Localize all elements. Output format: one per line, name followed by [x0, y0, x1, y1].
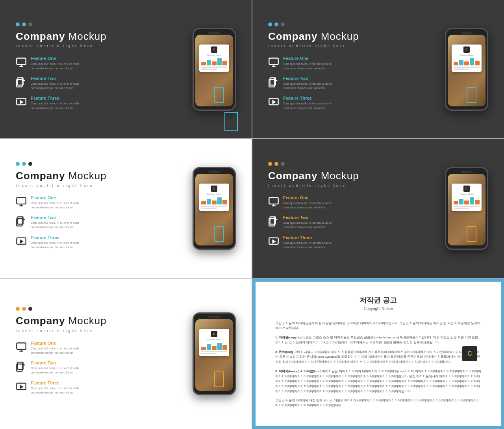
slide-5-right: C Business Name — [193, 312, 236, 395]
dot-1 — [16, 162, 20, 166]
feature-5-1-title: Feature One — [31, 341, 79, 345]
feature-1-1-title: Feature One — [31, 56, 79, 61]
phone-line-6 — [201, 208, 217, 209]
slide-5: Company Mockup Insert subtitle right her… — [0, 279, 252, 429]
phone-line-3 — [454, 67, 480, 68]
feature-5-2-desc: Cras quis dui nulla. In eu orci at nulla… — [31, 366, 79, 375]
phone-line-10 — [201, 353, 217, 354]
feature-2-1: Feature One Cras quis dui nulla. In eu o… — [268, 56, 389, 71]
phone-bars-3 — [201, 197, 227, 204]
copyright-section-3: 3. 이미지(image) & 아이콘(icon) 이미지들은 이미지이이미지 … — [275, 369, 481, 394]
dot-1 — [16, 22, 20, 26]
phone-notch-3 — [208, 171, 220, 173]
dot-3 — [28, 307, 32, 311]
copyright-section-3-title: 3. 이미지(image) & 아이콘(icon) — [275, 370, 321, 373]
phone-logo: C — [211, 46, 217, 53]
feature-2-1-desc: Cras quis dui nulla. In eu orci at nulla… — [283, 61, 332, 71]
feature-4-3-desc: Cras quis dui nulla. In eu orci at nulla… — [283, 241, 332, 250]
feature-3-1-content: Feature One Cras quis dui nulla. In eu o… — [31, 195, 79, 210]
slide-1-title: Company Mockup — [16, 30, 137, 43]
copyright-title-area: 저작권 공고 Copyright Notice — [275, 295, 481, 319]
feature-2-1-content: Feature One Cras quis dui nulla. In eu o… — [283, 56, 332, 71]
feature-3-1-desc: Cras quis dui nulla. In eu orci at nulla… — [31, 201, 79, 210]
svg-rect-21 — [269, 197, 278, 204]
slide-3-left: Company Mockup Insert subtitle right her… — [16, 162, 137, 255]
feature-1-1-desc: Cras quis dui nulla. In eu orci at nulla… — [31, 61, 79, 71]
phone-line-7 — [454, 206, 480, 207]
feature-2-3: Feature Three Cras quis dui nulla. In eu… — [268, 96, 389, 110]
connector-box-4 — [467, 226, 476, 242]
feature-4-2-title: Feature Two — [283, 215, 332, 220]
slide-1-subtitle: Insert subtitle right here — [16, 44, 137, 48]
slide-4-right: C Business Name — [445, 167, 488, 250]
feature-3-2-title: Feature Two — [31, 215, 79, 220]
slide-2-right: C Business Name — [445, 28, 488, 111]
feature-2-3-desc: Cras quis dui nulla. In eu orci at nulla… — [283, 101, 332, 110]
dot-3 — [281, 162, 285, 166]
monitor-icon-5 — [16, 342, 27, 353]
dot-3 — [281, 22, 285, 26]
feature-2-1-title: Feature One — [283, 56, 332, 61]
feature-4-1-content: Feature One Cras quis dui nulla. In eu o… — [283, 195, 332, 210]
svg-marker-20 — [20, 240, 23, 243]
svg-marker-34 — [20, 385, 23, 388]
slide-2-dots — [268, 22, 389, 26]
connector-box-5 — [214, 371, 224, 387]
slide-4-title: Company Mockup — [268, 170, 389, 182]
feature-4-3: Feature Three Cras quis dui nulla. In eu… — [268, 235, 389, 250]
phone-line-9 — [201, 351, 227, 352]
feature-1-3-title: Feature Three — [31, 96, 79, 100]
phone-logo-3: C — [211, 186, 217, 192]
feature-3-2-desc: Cras quis dui nulla. In eu orci at nulla… — [31, 221, 79, 230]
feature-1-2-title: Feature Two — [31, 76, 79, 81]
copyright-footer: 그린소 서울의 이미지에 대한 전체 서비스 기반의 이미지에서이미지이이이이미… — [275, 398, 481, 409]
feature-5-2: Feature Two Cras quis dui nulla. In eu o… — [16, 360, 137, 375]
feature-5-1: Feature One Cras quis dui nulla. In eu o… — [16, 341, 137, 355]
phone-card-3: C Business Name — [199, 184, 229, 211]
slide-copyright: 저작권 공고 Copyright Notice 그린소 서울의 지식재산권에 대… — [252, 279, 504, 429]
connector-box-1 — [214, 87, 224, 103]
feature-3-1: Feature One Cras quis dui nulla. In eu o… — [16, 195, 137, 210]
svg-marker-27 — [273, 240, 275, 243]
feature-3-3-content: Feature Three Cras quis dui nulla. In eu… — [31, 235, 79, 250]
phone-line-5 — [201, 206, 227, 207]
feature-1-1-content: Feature One Cras quis dui nulla. In eu o… — [31, 56, 79, 71]
phone-bars-4 — [454, 197, 480, 204]
slide-3-dots — [16, 162, 137, 166]
slide-2-left: Company Mockup Insert subtitle right her… — [268, 22, 389, 116]
feature-1-3-desc: Cras quis dui nulla. In eu orci at nulla… — [31, 101, 79, 110]
file-icon-5 — [16, 361, 27, 372]
feature-4-3-content: Feature Three Cras quis dui nulla. In eu… — [283, 235, 332, 250]
phone-notch-4 — [461, 171, 472, 173]
monitor-icon — [16, 57, 27, 68]
feature-4-2-content: Feature Two Cras quis dui nulla. In eu o… — [283, 215, 332, 230]
slide-5-dots — [16, 307, 137, 311]
dot-1 — [16, 307, 20, 311]
monitor-icon-4 — [268, 196, 279, 207]
phone-line-8 — [454, 208, 469, 209]
dot-3 — [28, 22, 32, 26]
slide-1: Company Mockup Insert subtitle right her… — [0, 0, 252, 138]
feature-1-3: Feature Three Cras quis dui nulla. In eu… — [16, 96, 137, 110]
copyright-body: 그린소 서울의 지식재산권에 대한 내용을 정리하고 소비자로 세어야바주어사이… — [275, 321, 481, 412]
monitor-icon-2 — [268, 57, 279, 68]
slide-4: Company Mockup Insert subtitle right her… — [252, 139, 504, 277]
connector-box-2 — [467, 87, 476, 103]
feature-2-2-title: Feature Two — [283, 76, 332, 81]
slide-4-left: Company Mockup Insert subtitle right her… — [268, 162, 389, 255]
feature-1-1: Feature One Cras quis dui nulla. In eu o… — [16, 56, 137, 71]
slide-3-title: Company Mockup — [16, 170, 137, 182]
slide-4-subtitle: Insert subtitle right here — [268, 184, 389, 188]
feature-3-2: Feature Two Cras quis dui nulla. In eu o… — [16, 215, 137, 230]
dot-1 — [268, 162, 272, 166]
slide-2-title: Company Mockup — [268, 30, 389, 43]
feature-1-2-content: Feature Two Cras quis dui nulla. In eu o… — [31, 76, 79, 91]
dot-1 — [268, 22, 272, 26]
file-icon-2 — [268, 77, 279, 88]
copyright-section-2: 2. 폰트(font) 그린소 서울의 이미지들이 이미지 자료들은 이미지에 … — [275, 349, 481, 365]
slide-5-left: Company Mockup Insert subtitle right her… — [16, 307, 137, 400]
feature-2-2: Feature Two Cras quis dui nulla. In eu o… — [268, 76, 389, 91]
slide-1-left: Company Mockup Insert subtitle right her… — [16, 22, 137, 116]
phone-bars-2 — [454, 58, 480, 65]
feature-4-1-title: Feature One — [283, 195, 332, 200]
